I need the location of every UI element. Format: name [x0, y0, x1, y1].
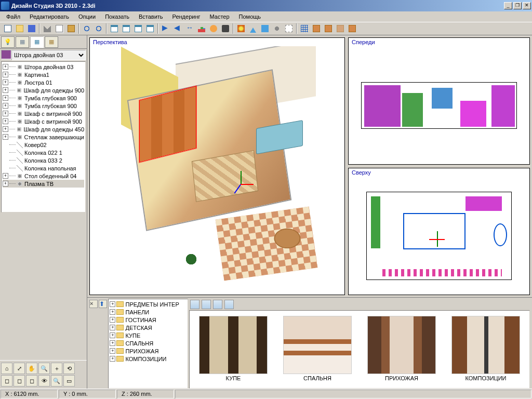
tree-item[interactable]: Ковер02 [3, 141, 84, 149]
menu-rendering[interactable]: Рендеринг [168, 12, 205, 21]
undo-button[interactable] [81, 23, 92, 34]
nav-zoomin[interactable]: ＋ [51, 363, 62, 374]
tree-item[interactable]: +Шкаф с витриной 900 [3, 117, 84, 125]
tree-item[interactable]: +Штора двойная 03 [3, 63, 84, 71]
paste-button[interactable] [65, 23, 77, 34]
new-button[interactable] [2, 23, 14, 34]
tool-dim[interactable]: ↔ [184, 23, 195, 34]
expand-icon[interactable]: + [3, 72, 8, 77]
tool-cone[interactable] [247, 23, 259, 34]
menu-insert[interactable]: Вставить [135, 12, 167, 21]
tool-door1[interactable] [311, 23, 322, 34]
expand-icon[interactable]: + [3, 64, 8, 70]
tree-item[interactable]: Колонка напольная [3, 164, 84, 172]
tool-select[interactable] [283, 23, 295, 34]
lp-tab-light[interactable]: 💡 [1, 36, 15, 48]
close-button[interactable]: ✕ [523, 2, 531, 9]
lib-view-4[interactable] [224, 300, 234, 309]
tool-camera[interactable] [220, 23, 231, 34]
expand-icon[interactable]: + [3, 111, 8, 116]
tool-render[interactable] [235, 23, 247, 34]
tree-item[interactable]: Колонка 033 2 [3, 156, 84, 164]
menu-help[interactable]: Помощь [235, 12, 265, 21]
tool-gear[interactable] [271, 23, 283, 34]
nav-b2[interactable]: ◻ [14, 375, 25, 387]
object-selector[interactable]: Штора двойная 03 [11, 50, 86, 60]
viewport-front[interactable]: Спереди [348, 37, 530, 165]
library-category[interactable]: +ДЕТСКАЯ [110, 324, 187, 331]
nav-zoom2[interactable]: 🔍 [51, 375, 62, 387]
expand-icon[interactable]: + [3, 118, 8, 124]
expand-icon[interactable]: + [110, 325, 115, 330]
lib-close-button[interactable]: × [89, 300, 98, 308]
material-swatch[interactable] [1, 50, 11, 59]
nav-b4[interactable]: ▭ [63, 375, 75, 387]
maximize-button[interactable]: ❐ [513, 2, 522, 9]
library-category[interactable]: +ПРЕДМЕТЫ ИНТЕР [110, 300, 187, 308]
library-category[interactable]: +ГОСТИНАЯ [110, 316, 187, 324]
lib-up-button[interactable]: ⬆ [99, 300, 107, 308]
minimize-button[interactable]: _ [504, 2, 512, 9]
tree-item[interactable]: +Шкаф для одежды 900 [3, 86, 84, 94]
tree-item[interactable]: Колонка 022 1 [3, 149, 84, 156]
lib-view-3[interactable] [213, 300, 222, 309]
thumb-kupe[interactable]: КУПЕ [199, 316, 268, 383]
nav-eye[interactable]: 👁 [38, 375, 50, 387]
lib-view-2[interactable] [202, 300, 211, 309]
expand-icon[interactable]: + [110, 301, 115, 307]
nav-orbit[interactable]: ⟲ [63, 363, 75, 374]
expand-icon[interactable]: + [3, 95, 8, 101]
library-category[interactable]: +КУПЕ [110, 331, 187, 339]
lp-tab-3[interactable]: ▦ [30, 36, 44, 48]
expand-icon[interactable]: + [110, 332, 115, 338]
expand-icon[interactable]: + [110, 348, 115, 354]
expand-icon[interactable]: + [3, 79, 8, 85]
tree-item[interactable]: +Стеллаж завершающи [3, 133, 84, 141]
expand-icon[interactable]: + [110, 309, 115, 315]
copy-button[interactable] [54, 23, 65, 34]
tree-item[interactable]: +Картина1 [3, 71, 84, 78]
save-button[interactable] [26, 23, 37, 34]
library-category[interactable]: +ПРИХОЖАЯ [110, 347, 187, 355]
menu-edit[interactable]: Редактировать [25, 12, 73, 21]
open-button[interactable] [14, 23, 25, 34]
menu-file[interactable]: Файл [2, 12, 24, 21]
viewport-top[interactable]: Сверху [348, 168, 530, 295]
thumb-prihozhaya[interactable]: ПРИХОЖАЯ [367, 316, 436, 383]
tree-item[interactable]: +Шкаф для одежды 450 [3, 125, 84, 133]
expand-icon[interactable]: + [3, 134, 8, 140]
cut-button[interactable] [42, 23, 53, 34]
library-tree[interactable]: +ПРЕДМЕТЫ ИНТЕР+ПАНЕЛИ+ГОСТИНАЯ+ДЕТСКАЯ+… [108, 299, 188, 389]
expand-icon[interactable]: + [110, 317, 115, 323]
nav-b3[interactable]: ◻ [26, 375, 37, 387]
view-persp-button[interactable] [109, 23, 120, 34]
expand-icon[interactable]: + [3, 173, 8, 179]
tool-people[interactable] [208, 23, 219, 34]
tool-chart[interactable] [196, 23, 207, 34]
move-gizmo[interactable] [228, 171, 254, 197]
lib-view-1[interactable] [190, 300, 200, 309]
expand-icon[interactable]: + [3, 103, 8, 109]
view-front-button[interactable] [121, 23, 132, 34]
expand-icon[interactable]: + [110, 340, 115, 346]
tree-item[interactable]: +Люстра 01 [3, 78, 84, 86]
menu-show[interactable]: Показать [101, 12, 134, 21]
thumb-kompozicii[interactable]: КОМПОЗИЦИИ [451, 316, 520, 383]
tool-door2[interactable] [323, 23, 334, 34]
lp-tab-4[interactable]: ▦ [45, 36, 58, 48]
thumb-spalnya[interactable]: СПАЛЬНЯ [283, 316, 352, 383]
tree-item[interactable]: +Плазма ТВ [3, 180, 84, 188]
nav-zoomfit[interactable]: ⤢ [14, 363, 25, 374]
menu-master[interactable]: Мастер [206, 12, 234, 21]
library-category[interactable]: +СПАЛЬНЯ [110, 339, 187, 347]
expand-icon[interactable]: + [3, 126, 8, 132]
expand-icon[interactable]: + [3, 181, 8, 187]
redo-button[interactable] [93, 23, 104, 34]
tool-b[interactable]: ◀ [172, 23, 183, 34]
nav-b1[interactable]: ◻ [1, 375, 12, 387]
library-category[interactable]: +ПАНЕЛИ [110, 308, 187, 316]
expand-icon[interactable]: + [110, 356, 115, 362]
lp-tab-2[interactable]: ▦ [16, 36, 29, 48]
tool-grid[interactable] [299, 23, 310, 34]
nav-home[interactable]: ⌂ [1, 363, 12, 374]
